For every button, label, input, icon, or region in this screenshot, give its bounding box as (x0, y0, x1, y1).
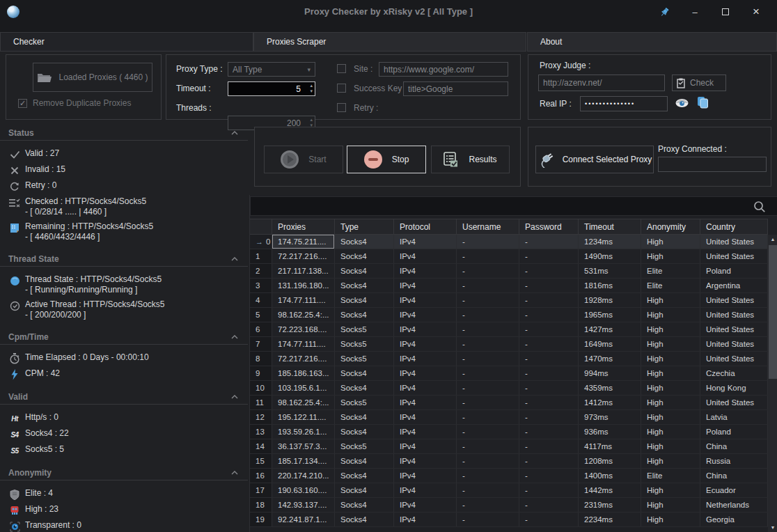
cell-country[interactable]: China (700, 469, 768, 483)
section-header-thread-state[interactable]: Thread State (0, 251, 248, 267)
cell-type[interactable]: Socks4 (335, 308, 394, 322)
cell-timeout[interactable]: 531ms (579, 264, 641, 278)
cell-protocol[interactable]: IPv4 (394, 322, 457, 336)
cell-anonymity[interactable]: High (641, 366, 700, 380)
cell-protocol[interactable]: IPv4 (394, 308, 457, 322)
cell-password[interactable]: - (519, 366, 579, 380)
real-ip-input[interactable]: •••••••••••••• (580, 96, 668, 111)
cell-password[interactable]: - (519, 498, 579, 512)
copy-ip-button[interactable] (697, 96, 709, 109)
table-row[interactable]: 7174.77.111....Socks5IPv4--1649msHighUni… (250, 337, 768, 352)
scroll-up-icon[interactable]: ▲ (768, 235, 777, 244)
cell-country[interactable]: United States (700, 249, 768, 263)
minimize-button[interactable]: – (680, 3, 710, 21)
cell-protocol[interactable]: IPv4 (394, 381, 457, 395)
cell-proxy[interactable]: 72.217.216.... (272, 249, 335, 263)
cell-type[interactable]: Socks5 (335, 322, 394, 336)
cell-username[interactable]: - (457, 513, 519, 526)
cell-proxy[interactable]: 185.186.163... (272, 366, 335, 380)
cell-proxy[interactable]: 72.223.168.... (272, 322, 335, 336)
cell-username[interactable]: - (457, 337, 519, 351)
cell-protocol[interactable]: IPv4 (394, 249, 457, 263)
cell-type[interactable]: Socks4 (335, 249, 394, 263)
table-row[interactable]: 10103.195.6.1...Socks4IPv4--4359msHighHo… (250, 381, 768, 396)
cell-password[interactable]: - (519, 249, 579, 263)
cell-protocol[interactable]: IPv4 (394, 337, 457, 351)
cell-anonymity[interactable]: High (641, 249, 700, 263)
cell-type[interactable]: Socks5 (335, 337, 394, 351)
retry-checkbox[interactable] (337, 103, 346, 112)
cell-type[interactable]: Socks4 (335, 235, 394, 249)
cell-username[interactable]: - (457, 235, 519, 249)
cell-proxy[interactable]: 72.217.216.... (272, 352, 335, 366)
table-row[interactable]: 17190.63.160....Socks4IPv4--1442msHighEc… (250, 483, 768, 498)
cell-type[interactable]: Socks4 (335, 279, 394, 292)
remove-duplicates-checkbox[interactable]: ✓ (18, 99, 27, 108)
proxy-connected-input[interactable] (658, 157, 767, 172)
timeout-stepper[interactable]: 5 ▴▾ (228, 81, 315, 96)
cell-proxy[interactable]: 190.63.160.... (272, 483, 335, 497)
cell-type[interactable]: Socks4 (335, 469, 394, 483)
cell-country[interactable]: United States (700, 235, 768, 249)
cell-timeout[interactable]: 1965ms (579, 308, 641, 322)
cell-anonymity[interactable]: High (641, 425, 700, 439)
maximize-button[interactable] (710, 3, 741, 21)
cell-username[interactable]: - (457, 396, 519, 409)
section-header-status[interactable]: Status (0, 125, 248, 141)
cell-proxy[interactable]: 98.162.25.4:... (272, 396, 335, 409)
cell-username[interactable]: - (457, 483, 519, 497)
success-key-input[interactable]: title>Google (403, 81, 508, 96)
cell-timeout[interactable]: 1649ms (579, 337, 641, 351)
cell-country[interactable]: Poland (700, 264, 768, 278)
cell-timeout[interactable]: 1470ms (579, 352, 641, 366)
cell-username[interactable]: - (457, 498, 519, 512)
column-header-password[interactable]: Password (519, 219, 579, 234)
cell-proxy[interactable]: 193.59.26.1... (272, 425, 335, 439)
cell-timeout[interactable]: 973ms (579, 410, 641, 424)
cell-country[interactable]: United States (700, 293, 768, 307)
proxy-judge-input[interactable]: http://azenv.net/ (538, 75, 665, 91)
cell-password[interactable]: - (519, 469, 579, 483)
column-header-country[interactable]: Country (700, 219, 768, 234)
site-input[interactable]: https://www.google.com/ (379, 62, 508, 77)
cell-protocol[interactable]: IPv4 (394, 513, 457, 526)
cell-timeout[interactable]: 2234ms (579, 513, 641, 526)
cell-password[interactable]: - (519, 308, 579, 322)
column-header-protocol[interactable]: Protocol (394, 219, 457, 234)
cell-username[interactable]: - (457, 279, 519, 292)
section-header-anonymity[interactable]: Anonymity (0, 465, 248, 480)
cell-timeout[interactable]: 4117ms (579, 439, 641, 453)
cell-proxy[interactable]: 142.93.137.... (272, 498, 335, 512)
cell-username[interactable]: - (457, 264, 519, 278)
cell-protocol[interactable]: IPv4 (394, 396, 457, 409)
cell-anonymity[interactable]: High (641, 235, 700, 249)
site-checkbox[interactable] (337, 64, 346, 73)
cell-proxy[interactable]: 131.196.180... (272, 279, 335, 292)
cell-country[interactable]: Russia (700, 454, 768, 468)
cell-username[interactable]: - (457, 425, 519, 439)
column-header-type[interactable]: Type (335, 219, 394, 234)
cell-protocol[interactable]: IPv4 (394, 235, 457, 249)
cell-anonymity[interactable]: High (641, 483, 700, 497)
cell-timeout[interactable]: 1442ms (579, 483, 641, 497)
table-row[interactable]: 1992.241.87.1...Socks4IPv4--2234msHighGe… (250, 513, 768, 527)
cell-country[interactable]: United States (700, 322, 768, 336)
close-button[interactable]: × (741, 3, 771, 21)
loaded-proxies-button[interactable]: Loaded Proxies ( 4460 ) (33, 63, 152, 92)
cell-type[interactable]: Socks5 (335, 439, 394, 453)
table-row[interactable]: 1198.162.25.4:...Socks5IPv4--1412msHighU… (250, 396, 768, 410)
cell-protocol[interactable]: IPv4 (394, 279, 457, 292)
cell-country[interactable]: United States (700, 396, 768, 409)
cell-password[interactable]: - (519, 322, 579, 336)
scroll-down-icon[interactable]: ▼ (768, 523, 777, 532)
cell-type[interactable]: Socks4 (335, 425, 394, 439)
cell-country[interactable]: Czechia (700, 366, 768, 380)
table-row[interactable]: 872.217.216....Socks5IPv4--1470msHighUni… (250, 352, 768, 366)
cell-type[interactable]: Socks4 (335, 410, 394, 424)
cell-timeout[interactable]: 1490ms (579, 249, 641, 263)
cell-proxy[interactable]: 174.75.211.... (272, 235, 335, 249)
results-button[interactable]: Results (431, 146, 510, 173)
cell-country[interactable]: Ecuador (700, 483, 768, 497)
cell-username[interactable]: - (457, 322, 519, 336)
cell-timeout[interactable]: 936ms (579, 425, 641, 439)
